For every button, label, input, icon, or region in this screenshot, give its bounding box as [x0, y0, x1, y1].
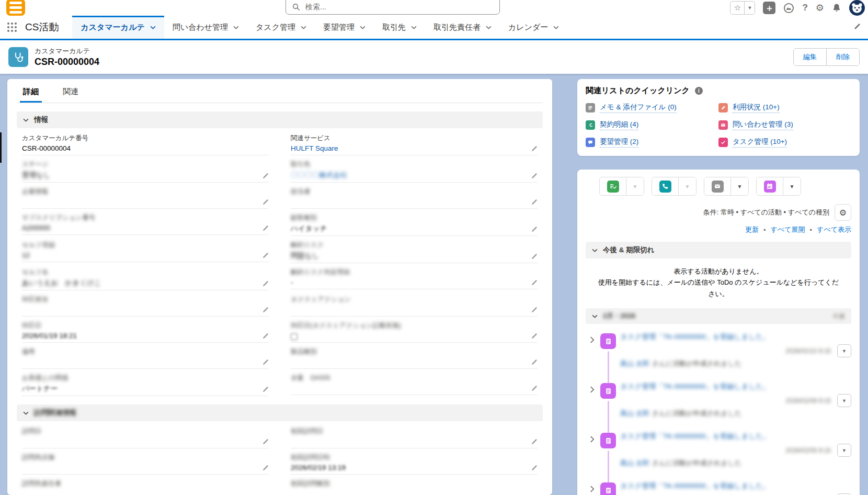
quick-create-icon[interactable]: ＋ — [763, 2, 775, 14]
global-search[interactable] — [285, 0, 500, 15]
edit-pencil-icon[interactable] — [261, 199, 269, 206]
email-caret-icon[interactable]: ▼ — [730, 177, 748, 195]
section-visit-header[interactable]: 訪問関連情報 — [17, 404, 543, 421]
quicklink-request[interactable]: 要望管理 (2) — [586, 137, 718, 148]
edit-pencil-icon[interactable] — [261, 252, 269, 260]
nav-tab-customer-karte[interactable]: カスタマーカルテ — [72, 16, 164, 39]
timeline-month-header[interactable]: 2月・2026 今週 — [586, 308, 851, 324]
edit-pencil-icon[interactable] — [261, 173, 269, 180]
quicklink-contract[interactable]: 契約明細 (4) — [586, 120, 718, 130]
edit-pencil-icon[interactable] — [530, 253, 538, 261]
edit-pencil-icon[interactable] — [530, 279, 538, 287]
task-timeline-icon — [600, 383, 616, 399]
related-service-link[interactable]: HULFT Square — [291, 144, 338, 153]
expand-chevron-icon[interactable] — [590, 436, 595, 444]
chevron-down-icon[interactable] — [486, 26, 492, 29]
edit-pencil-icon[interactable] — [530, 359, 538, 366]
chevron-down-icon[interactable] — [233, 26, 239, 29]
edit-pencil-icon[interactable] — [530, 145, 538, 153]
view-all-link[interactable]: すべて表示 — [817, 225, 851, 234]
tab-related[interactable]: 関連 — [60, 79, 82, 103]
record-object-label: カスタマーカルテ — [35, 47, 99, 56]
search-input[interactable] — [304, 2, 477, 12]
edit-pencil-icon[interactable] — [261, 465, 269, 472]
new-event-caret-icon[interactable]: ▼ — [783, 177, 801, 195]
edit-pencil-icon[interactable] — [530, 307, 538, 314]
expand-all-link[interactable]: すべて展開 — [771, 225, 805, 234]
app-launcher-waffle-icon[interactable] — [6, 16, 18, 39]
quicklink-case[interactable]: 問い合わせ管理 (3) — [718, 120, 851, 130]
user-avatar[interactable] — [849, 0, 865, 16]
upcoming-overdue-header[interactable]: 今後 & 期限切れ — [586, 242, 851, 258]
log-a-call-button[interactable] — [652, 177, 678, 195]
email-button[interactable] — [704, 177, 730, 195]
trailhead-icon[interactable] — [783, 3, 794, 14]
quicklink-task[interactable]: タスク管理 (10+) — [718, 137, 851, 148]
field-related-service: 関連サービス HULFT Square — [291, 129, 538, 155]
chevron-down-icon[interactable] — [411, 26, 417, 29]
expand-chevron-icon[interactable] — [590, 336, 595, 345]
timeline-item-menu-icon[interactable]: ▼ — [837, 344, 851, 357]
nav-tab-request[interactable]: 要望管理 — [315, 16, 374, 39]
record-header: カスタマーカルテ CSR-00000004 編集 削除 — [0, 40, 868, 74]
expand-chevron-icon[interactable] — [590, 486, 595, 494]
nav-tab-account[interactable]: 取引先 — [374, 16, 425, 39]
tab-details[interactable]: 詳細 — [20, 79, 42, 103]
refresh-link[interactable]: 更新 — [745, 225, 759, 234]
edit-pencil-icon[interactable] — [261, 333, 269, 340]
global-header: ☆ ▼ ＋ ? ⚙ — [0, 0, 868, 16]
chevron-down-icon[interactable] — [360, 26, 366, 29]
favorites-caret-icon[interactable]: ▼ — [744, 2, 755, 14]
edit-pencil-icon[interactable] — [530, 226, 538, 233]
activity-composer: ▼ ▼ ▼ ▼ — [599, 177, 851, 196]
record-detail-card: 詳細 関連 情報 カスタマーカルテ番号 CSR-00000004 関連サービス … — [7, 79, 552, 495]
nav-tab-contact[interactable]: 取引先責任者 — [425, 16, 500, 39]
edit-pencil-icon[interactable] — [261, 438, 269, 446]
edit-pencil-icon[interactable] — [530, 438, 538, 446]
edit-nav-pencil-icon[interactable] — [853, 23, 861, 32]
chevron-down-icon[interactable] — [150, 26, 156, 29]
chevron-down-icon[interactable] — [301, 26, 306, 29]
edit-pencil-icon[interactable] — [261, 280, 269, 288]
delete-button[interactable]: 削除 — [826, 49, 859, 65]
nav-tab-task[interactable]: タスク管理 — [247, 16, 315, 39]
field-blurred: 取引先 〇〇〇〇株式会社 — [291, 155, 538, 183]
edit-pencil-icon[interactable] — [530, 333, 538, 340]
edit-pencil-icon[interactable] — [261, 225, 269, 232]
edit-pencil-icon[interactable] — [261, 307, 269, 314]
notifications-bell-icon[interactable] — [832, 3, 841, 13]
setup-gear-icon[interactable]: ⚙ — [816, 2, 824, 14]
edit-button[interactable]: 編集 — [794, 49, 826, 65]
timeline-item-menu-icon[interactable]: ▼ — [837, 444, 851, 457]
nav-tab-calendar[interactable]: カレンダー — [500, 16, 567, 39]
help-icon[interactable]: ? — [802, 3, 807, 13]
app-name: CS活動 — [25, 16, 59, 39]
edit-pencil-icon[interactable] — [261, 359, 269, 366]
chevron-down-icon[interactable] — [553, 26, 559, 29]
edit-pencil-icon[interactable] — [530, 385, 538, 392]
nav-tab-inquiry[interactable]: 問い合わせ管理 — [164, 16, 247, 39]
new-task-button[interactable] — [600, 177, 626, 195]
info-icon[interactable]: i — [695, 87, 703, 95]
quicklink-usage[interactable]: 利用状況 (10+) — [718, 103, 851, 113]
field-blurred: ネクストアクション — [291, 290, 538, 317]
activity-filter-gear-icon[interactable]: ⚙ — [835, 204, 851, 221]
expand-chevron-icon[interactable] — [590, 386, 595, 395]
favorites-button[interactable]: ☆ ▼ — [730, 1, 755, 15]
section-info-header[interactable]: 情報 — [17, 111, 543, 128]
checkbox[interactable] — [291, 333, 298, 340]
new-task-caret-icon[interactable]: ▼ — [626, 177, 644, 195]
edit-pencil-icon[interactable] — [261, 386, 269, 393]
favorites-star-icon[interactable]: ☆ — [730, 2, 744, 14]
new-event-icon — [764, 181, 776, 193]
edit-pencil-icon[interactable] — [530, 173, 538, 180]
browser-menu-logo[interactable] — [6, 0, 25, 16]
edit-pencil-icon[interactable] — [530, 465, 538, 472]
timeline-item-menu-icon[interactable]: ▼ — [837, 394, 851, 407]
new-event-button[interactable] — [757, 177, 783, 195]
customer-karte-stethoscope-icon — [8, 47, 28, 67]
new-task-icon — [607, 181, 619, 193]
quicklink-notes[interactable]: メモ & 添付ファイル (0) — [586, 103, 718, 113]
log-a-call-caret-icon[interactable]: ▼ — [678, 177, 696, 195]
edit-pencil-icon[interactable] — [530, 199, 538, 206]
